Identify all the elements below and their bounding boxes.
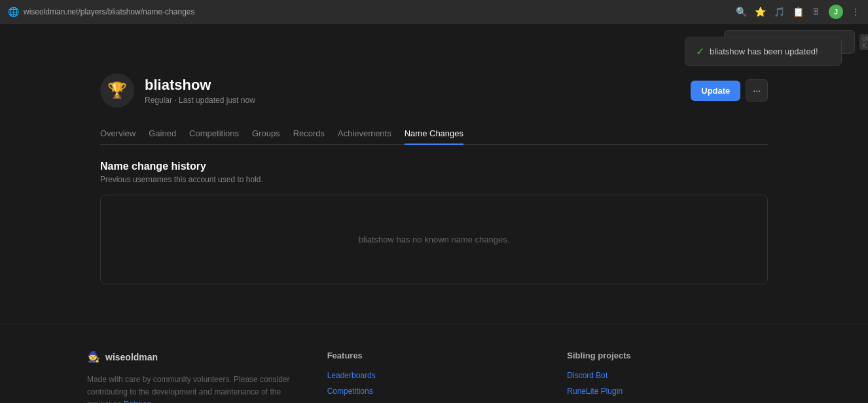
- footer-sibling-col: Sibling projects Discord Bot RuneLite Pl…: [567, 351, 781, 403]
- more-button[interactable]: ···: [746, 79, 768, 102]
- toast-notification: ✓ bliatshow has been updated!: [685, 37, 842, 66]
- brand-name: wiseoldman: [105, 352, 158, 362]
- sibling-discord-bot[interactable]: Discord Bot: [567, 371, 781, 380]
- name-change-empty-box: bliatshow has no known name changes.: [100, 195, 768, 284]
- menu-icon[interactable]: ⋮: [851, 7, 860, 17]
- empty-message: bliatshow has no known name changes.: [359, 235, 510, 244]
- browser-bar: 🌐 wiseoldman.net/players/bliatshow/name-…: [0, 0, 868, 24]
- browser-avatar[interactable]: J: [829, 5, 843, 19]
- footer-brand: 🧙 wiseoldman: [87, 351, 301, 363]
- features-title: Features: [327, 351, 541, 360]
- browser-controls: 🔍 ⭐ 🎵 📋 🎚 J ⋮: [736, 5, 860, 19]
- tab-groups[interactable]: Groups: [252, 123, 280, 145]
- sibling-runelite-plugin[interactable]: RuneLite Plugin: [567, 387, 781, 396]
- sibling-title: Sibling projects: [567, 351, 781, 360]
- name-change-section: Name change history Previous usernames t…: [100, 161, 768, 284]
- tab-records[interactable]: Records: [293, 123, 325, 145]
- search-icon[interactable]: 🔍: [736, 7, 747, 17]
- player-info: bliatshow Regular · Last updated just no…: [145, 77, 680, 105]
- toast-message: bliatshow has been updated!: [710, 47, 818, 56]
- player-name: bliatshow: [145, 77, 680, 94]
- tab-competitions[interactable]: Competitions: [189, 123, 239, 145]
- tab-achievements[interactable]: Achievements: [338, 123, 391, 145]
- brand-icon: 🧙: [87, 351, 100, 363]
- player-last-updated: Last updated just now: [179, 96, 255, 105]
- patreon-link[interactable]: Patreon: [124, 400, 151, 403]
- tab-name-changes[interactable]: Name Changes: [405, 123, 463, 145]
- player-meta: Regular · Last updated just now: [145, 96, 680, 105]
- avatar: 🏆: [100, 73, 134, 107]
- main-content: 🏆 bliatshow Regular · Last updated just …: [87, 60, 781, 284]
- settings-icon[interactable]: 🎚: [812, 7, 821, 17]
- feature-leaderboards[interactable]: Leaderboards: [327, 371, 541, 380]
- tab-overview[interactable]: Overview: [100, 123, 136, 145]
- footer-features-col: Features Leaderboards Competitions Group…: [327, 351, 541, 403]
- search-wrapper: 🔍 ctrl K ✓ bliatshow has been updated!: [724, 30, 855, 54]
- avatar-icon: 🏆: [107, 81, 127, 100]
- player-rank: Regular: [145, 96, 172, 105]
- star-icon[interactable]: ⭐: [755, 7, 766, 17]
- tab-gained[interactable]: Gained: [149, 123, 176, 145]
- music-icon[interactable]: 🎵: [774, 7, 785, 17]
- browser-icon: 🌐: [8, 7, 18, 17]
- footer-inner: 🧙 wiseoldman Made with care by community…: [87, 351, 781, 403]
- check-icon: ✓: [696, 45, 704, 58]
- update-button[interactable]: Update: [691, 81, 740, 101]
- section-title: Name change history: [100, 161, 768, 172]
- feature-competitions[interactable]: Competitions: [327, 387, 541, 396]
- search-shortcut: ctrl K: [859, 34, 868, 50]
- search-area: 🔍 ctrl K ✓ bliatshow has been updated!: [0, 24, 868, 60]
- browser-url: wiseoldman.net/players/bliatshow/name-ch…: [24, 7, 731, 16]
- footer: 🧙 wiseoldman Made with care by community…: [0, 324, 868, 403]
- player-actions: Update ···: [691, 79, 768, 102]
- extensions-icon[interactable]: 📋: [793, 7, 804, 17]
- footer-description: Made with care by community volunteers. …: [87, 374, 301, 403]
- player-header: 🏆 bliatshow Regular · Last updated just …: [100, 73, 768, 107]
- footer-brand-col: 🧙 wiseoldman Made with care by community…: [87, 351, 301, 403]
- section-description: Previous usernames this account used to …: [100, 175, 768, 184]
- tabs: Overview Gained Competitions Groups Reco…: [100, 123, 768, 145]
